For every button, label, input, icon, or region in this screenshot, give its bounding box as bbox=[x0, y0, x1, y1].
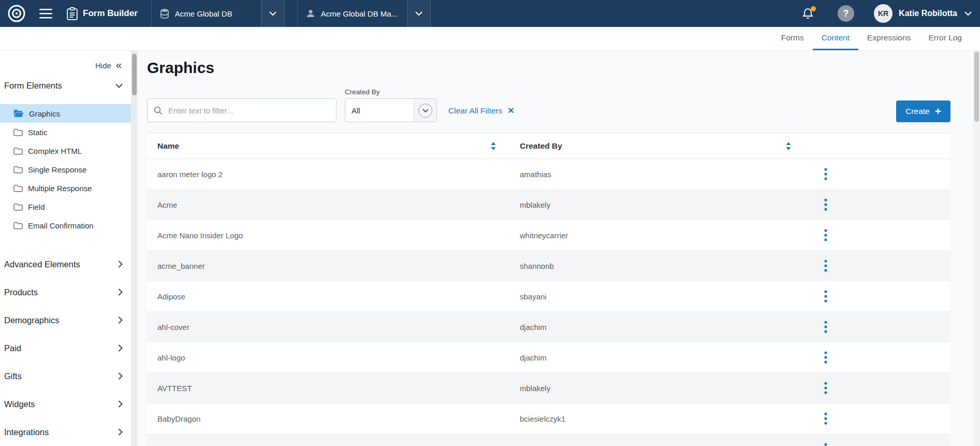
table-row: ahl-cover djachim bbox=[147, 312, 950, 342]
sidebar: Hide « Form Elements Graphics Static bbox=[0, 51, 131, 446]
page-title: Graphics bbox=[147, 59, 950, 77]
row-actions-kebab-icon[interactable] bbox=[820, 319, 831, 335]
notifications-bell-icon[interactable] bbox=[802, 7, 814, 20]
app-logo-icon[interactable] bbox=[7, 4, 26, 23]
user-avatar[interactable]: KR bbox=[874, 4, 893, 23]
row-actions-kebab-icon[interactable] bbox=[820, 227, 831, 243]
database-selector-chevron-icon[interactable] bbox=[261, 0, 285, 27]
page-scrollbar-thumb[interactable] bbox=[974, 52, 979, 122]
tab-error-log[interactable]: Error Log bbox=[919, 27, 971, 50]
graphics-table: Name Created By aaron meter logo 2 a bbox=[147, 133, 950, 446]
sidebar-item-single-response[interactable]: Single Response bbox=[0, 160, 131, 179]
column-header-name[interactable]: Name bbox=[147, 141, 509, 151]
sidebar-item-static[interactable]: Static bbox=[0, 123, 131, 141]
chevron-right-icon bbox=[118, 400, 123, 408]
form-selector-value: Acme Global DB Ma... bbox=[321, 9, 398, 18]
folder-icon bbox=[13, 184, 23, 192]
user-menu-chevron-icon[interactable] bbox=[964, 11, 972, 16]
row-name: Acme bbox=[147, 200, 509, 209]
tab-forms[interactable]: Forms bbox=[772, 27, 813, 50]
clear-filters-link[interactable]: Clear All Filters ✕ bbox=[448, 106, 515, 116]
sidebar-section-paid[interactable]: Paid bbox=[0, 334, 131, 362]
search-icon bbox=[154, 106, 163, 115]
row-name: AVTTEST bbox=[147, 384, 509, 393]
hamburger-menu-icon[interactable] bbox=[36, 6, 55, 22]
chevron-right-icon bbox=[118, 261, 123, 268]
tab-expressions[interactable]: Expressions bbox=[858, 27, 919, 50]
row-name: ahl-cover bbox=[147, 323, 509, 332]
sidebar-item-field[interactable]: Field bbox=[0, 197, 131, 216]
row-name: Acme Nano Insider Logo bbox=[147, 231, 509, 240]
sidebar-item-graphics[interactable]: Graphics bbox=[0, 104, 131, 123]
folder-icon bbox=[13, 222, 23, 229]
search-input[interactable] bbox=[167, 106, 330, 116]
row-actions-kebab-icon[interactable] bbox=[820, 166, 831, 182]
person-icon bbox=[306, 9, 315, 18]
sidebar-section-advanced-elements[interactable]: Advanced Elements bbox=[0, 250, 131, 278]
row-created-by: mblakely bbox=[509, 200, 815, 209]
select-dropdown-button[interactable] bbox=[414, 99, 436, 122]
sidebar-section-form-elements[interactable]: Form Elements bbox=[0, 74, 131, 97]
sidebar-item-multiple-response[interactable]: Multiple Response bbox=[0, 179, 131, 197]
row-actions-kebab-icon[interactable] bbox=[820, 380, 831, 396]
table-row: Acme Nano Insider Logo whitneycarrier bbox=[147, 220, 950, 251]
row-actions bbox=[815, 410, 950, 427]
chevron-right-icon bbox=[118, 344, 123, 352]
row-actions-kebab-icon[interactable] bbox=[820, 441, 831, 446]
created-by-label: Created By bbox=[345, 88, 437, 96]
form-selector[interactable]: Acme Global DB Ma... bbox=[297, 0, 407, 27]
sidebar-section-gifts[interactable]: Gifts bbox=[0, 362, 131, 390]
table-row: aaron meter logo 2 amathias bbox=[147, 159, 950, 190]
help-icon[interactable]: ? bbox=[838, 5, 854, 22]
row-name: acme_banner bbox=[147, 262, 509, 270]
page-scrollbar[interactable] bbox=[973, 51, 980, 446]
row-created-by: djachim bbox=[509, 323, 815, 332]
chevron-right-icon bbox=[118, 372, 123, 380]
app-title: Form Builder bbox=[83, 8, 138, 19]
table-body: aaron meter logo 2 amathias Acme mblakel… bbox=[147, 159, 950, 446]
row-actions-kebab-icon[interactable] bbox=[820, 410, 831, 427]
filter-search bbox=[147, 98, 337, 122]
select-chevron-icon bbox=[418, 104, 432, 118]
row-actions bbox=[815, 257, 950, 274]
sidebar-section-widgets[interactable]: Widgets bbox=[0, 390, 131, 418]
row-created-by: sbayani bbox=[509, 292, 815, 301]
sidebar-section-integrations[interactable]: Integrations bbox=[0, 418, 131, 446]
sidebar-scrollbar-thumb[interactable] bbox=[132, 54, 137, 95]
row-name: BabyDragon bbox=[147, 414, 509, 423]
created-by-value: All bbox=[345, 106, 414, 115]
sidebar-section-demographics[interactable]: Demographics bbox=[0, 306, 131, 334]
created-by-sort-icon[interactable] bbox=[786, 142, 791, 150]
created-by-select[interactable]: All bbox=[345, 98, 437, 122]
row-actions-kebab-icon[interactable] bbox=[820, 196, 831, 213]
create-button[interactable]: Create + bbox=[896, 100, 950, 122]
column-created-by-label: Created By bbox=[520, 141, 562, 151]
sidebar-scrollbar[interactable] bbox=[131, 51, 138, 446]
column-header-created-by[interactable]: Created By bbox=[509, 141, 815, 151]
form-selector-chevron-icon[interactable] bbox=[407, 0, 431, 27]
main-content: Graphics Created By All bbox=[138, 51, 973, 446]
folder-open-icon bbox=[13, 109, 24, 118]
row-name: Adipose bbox=[147, 292, 509, 301]
sidebar-hide-button[interactable]: Hide « bbox=[0, 57, 131, 74]
row-actions bbox=[815, 166, 950, 182]
table-row: AVTTEST mblakely bbox=[147, 373, 950, 404]
row-actions-kebab-icon[interactable] bbox=[820, 349, 831, 366]
row-created-by: shannonb bbox=[509, 262, 815, 270]
chevron-right-icon bbox=[118, 289, 123, 296]
app-root: Form Builder Acme Global DB Acme Global … bbox=[0, 0, 980, 446]
sidebar-item-complex-html[interactable]: Complex HTML bbox=[0, 141, 131, 160]
sidebar-section-products[interactable]: Products bbox=[0, 278, 131, 306]
row-actions bbox=[815, 288, 950, 305]
database-selector[interactable]: Acme Global DB bbox=[151, 0, 261, 27]
row-actions bbox=[815, 441, 950, 446]
name-sort-icon[interactable] bbox=[491, 142, 496, 150]
filter-row: Created By All Clear All Filters ✕ bbox=[147, 88, 950, 122]
tabs: FormsContentExpressionsError Log bbox=[772, 27, 971, 50]
row-actions-kebab-icon[interactable] bbox=[820, 257, 831, 274]
tab-content[interactable]: Content bbox=[813, 27, 858, 50]
row-actions-kebab-icon[interactable] bbox=[820, 288, 831, 305]
sidebar-item-email-confirmation[interactable]: Email Confirmation bbox=[0, 216, 131, 235]
user-name: Katie Robilotta bbox=[899, 9, 957, 18]
top-bar-right: ? KR Katie Robilotta bbox=[802, 4, 972, 23]
